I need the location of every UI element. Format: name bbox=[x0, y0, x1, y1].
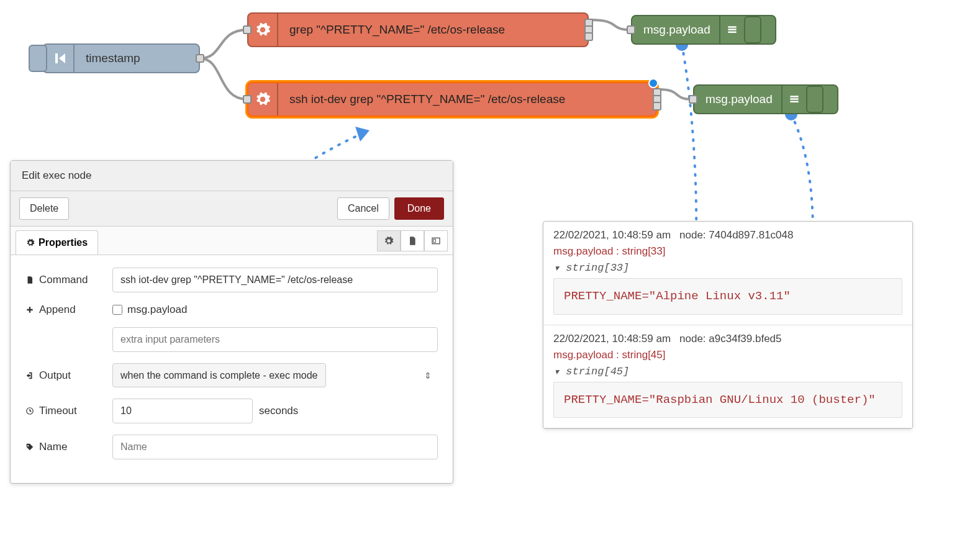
port-out-3[interactable] bbox=[584, 32, 593, 41]
signout-icon bbox=[25, 371, 34, 380]
flow-canvas[interactable]: timestamp grep "^PRETTY_NAME=" /etc/os-r… bbox=[0, 0, 980, 555]
exec-label: grep "^PRETTY_NAME=" /etc/os-release bbox=[278, 23, 516, 37]
debug-topic: msg.payload : string[45] bbox=[553, 349, 902, 361]
command-input[interactable] bbox=[112, 268, 438, 292]
editor-tab-bar: Properties bbox=[11, 227, 453, 255]
debug-list-icon bbox=[719, 16, 744, 43]
exec-node-1[interactable]: grep "^PRETTY_NAME=" /etc/os-release bbox=[247, 12, 589, 47]
debug-node-id: node: a9c34f39.bfed5 bbox=[679, 333, 781, 345]
timeout-label: Timeout bbox=[39, 405, 77, 417]
debug-message[interactable]: 22/02/2021, 10:48:59 am node: a9c34f39.b… bbox=[543, 325, 912, 429]
debug-label: msg.payload bbox=[694, 92, 781, 106]
tag-icon bbox=[25, 443, 34, 451]
done-button[interactable]: Done bbox=[394, 197, 444, 220]
debug-toggle-button[interactable] bbox=[806, 86, 823, 113]
debug-timestamp: 22/02/2021, 10:48:59 am bbox=[553, 333, 671, 345]
debug-type-toggle[interactable]: string[33] bbox=[553, 261, 902, 274]
inject-arrow-icon bbox=[47, 45, 75, 72]
gear-icon bbox=[248, 83, 278, 115]
port-out-3[interactable] bbox=[653, 102, 661, 111]
debug-list-icon bbox=[781, 86, 806, 113]
name-input[interactable] bbox=[112, 435, 438, 459]
append-label: Append bbox=[39, 304, 76, 316]
inject-trigger-button[interactable] bbox=[29, 45, 47, 72]
svg-marker-1 bbox=[355, 127, 370, 142]
debug-message[interactable]: 22/02/2021, 10:48:59 am node: 7404d897.8… bbox=[543, 222, 912, 325]
node-changed-indicator bbox=[648, 78, 658, 88]
editor-form: Command Append msg.payload Output when t… bbox=[11, 255, 453, 483]
cancel-button[interactable]: Cancel bbox=[337, 197, 389, 220]
debug-sidebar: 22/02/2021, 10:48:59 am node: 7404d897.8… bbox=[543, 221, 913, 429]
timeout-input[interactable] bbox=[112, 399, 253, 423]
debug-label: msg.payload bbox=[632, 23, 719, 37]
tab-icon-description[interactable] bbox=[401, 230, 424, 251]
file-icon bbox=[25, 276, 34, 284]
editor-actions: Delete Cancel Done bbox=[11, 191, 453, 227]
exec-node-2[interactable]: ssh iot-dev grep "^PRETTY_NAME=" /etc/os… bbox=[247, 82, 657, 117]
timeout-suffix: seconds bbox=[259, 405, 298, 417]
command-label: Command bbox=[39, 274, 88, 286]
debug-topic: msg.payload : string[33] bbox=[553, 245, 902, 258]
editor-title: Edit exec node bbox=[11, 161, 453, 191]
inject-label: timestamp bbox=[75, 52, 152, 65]
port-in[interactable] bbox=[627, 25, 635, 34]
append-checkbox-label: msg.payload bbox=[127, 304, 187, 316]
port-in[interactable] bbox=[243, 95, 252, 104]
tab-icon-appearance[interactable] bbox=[424, 230, 448, 251]
append-checkbox[interactable] bbox=[112, 305, 122, 315]
port-in[interactable] bbox=[243, 25, 252, 34]
plus-icon bbox=[25, 305, 34, 314]
tab-icon-settings[interactable] bbox=[377, 230, 401, 251]
port-out[interactable] bbox=[196, 54, 204, 63]
port-in[interactable] bbox=[689, 95, 697, 104]
debug-value: PRETTY_NAME="Alpine Linux v3.11" bbox=[553, 278, 902, 315]
debug-node-2[interactable]: msg.payload bbox=[693, 84, 838, 114]
node-editor-panel: Edit exec node Delete Cancel Done Proper… bbox=[10, 160, 453, 484]
name-label: Name bbox=[39, 441, 67, 453]
output-select[interactable]: when the command is complete - exec mode bbox=[112, 363, 326, 387]
debug-node-id: node: 7404d897.81c048 bbox=[679, 229, 793, 241]
tab-properties-label: Properties bbox=[39, 237, 88, 248]
inject-node[interactable]: timestamp bbox=[42, 43, 200, 73]
tab-properties[interactable]: Properties bbox=[16, 230, 98, 255]
debug-timestamp: 22/02/2021, 10:48:59 am bbox=[553, 229, 671, 241]
extra-params-input[interactable] bbox=[112, 327, 438, 352]
debug-type-toggle[interactable]: string[45] bbox=[553, 365, 902, 378]
debug-toggle-button[interactable] bbox=[744, 16, 761, 43]
output-label: Output bbox=[39, 369, 71, 382]
gear-icon bbox=[26, 238, 35, 247]
delete-button[interactable]: Delete bbox=[19, 197, 69, 220]
clock-icon bbox=[25, 407, 34, 415]
debug-value: PRETTY_NAME="Raspbian GNU/Linux 10 (bust… bbox=[553, 382, 902, 418]
gear-icon bbox=[248, 14, 278, 46]
svg-rect-7 bbox=[433, 239, 435, 242]
debug-node-1[interactable]: msg.payload bbox=[631, 15, 776, 45]
exec-label: ssh iot-dev grep "^PRETTY_NAME=" /etc/os… bbox=[278, 92, 576, 106]
